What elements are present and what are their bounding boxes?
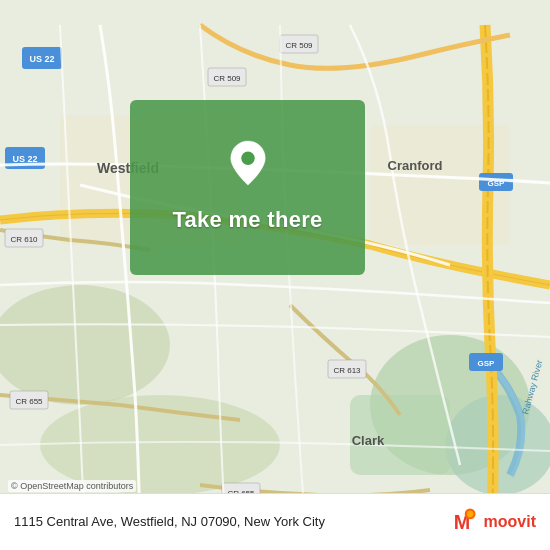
svg-text:CR 613: CR 613 bbox=[333, 366, 361, 375]
moovit-logo-icon: M bbox=[444, 504, 480, 540]
address-text: 1115 Central Ave, Westfield, NJ 07090, N… bbox=[14, 513, 444, 531]
svg-text:CR 509: CR 509 bbox=[285, 41, 313, 50]
svg-text:US 22: US 22 bbox=[29, 54, 54, 64]
bottom-bar: 1115 Central Ave, Westfield, NJ 07090, N… bbox=[0, 493, 550, 550]
map-container: US 22 US 22 GSP GSP CR 509 CR 509 CR 610… bbox=[0, 0, 550, 550]
svg-text:US 22: US 22 bbox=[12, 154, 37, 164]
svg-text:Cranford: Cranford bbox=[388, 158, 443, 173]
svg-text:CR 655: CR 655 bbox=[15, 397, 43, 406]
svg-point-32 bbox=[241, 151, 254, 164]
svg-text:CR 509: CR 509 bbox=[213, 74, 241, 83]
svg-text:GSP: GSP bbox=[478, 359, 496, 368]
moovit-text: moovit bbox=[484, 513, 536, 531]
svg-text:Clark: Clark bbox=[352, 433, 385, 448]
svg-text:CR 610: CR 610 bbox=[10, 235, 38, 244]
svg-point-36 bbox=[466, 511, 472, 517]
overlay-box: Take me there bbox=[130, 100, 365, 275]
moovit-logo: M moovit bbox=[444, 504, 536, 540]
location-pin-icon bbox=[228, 139, 268, 187]
map-credit: © OpenStreetMap contributors bbox=[8, 480, 136, 492]
map-svg: US 22 US 22 GSP GSP CR 509 CR 509 CR 610… bbox=[0, 0, 550, 550]
take-me-there-button[interactable]: Take me there bbox=[162, 203, 332, 237]
